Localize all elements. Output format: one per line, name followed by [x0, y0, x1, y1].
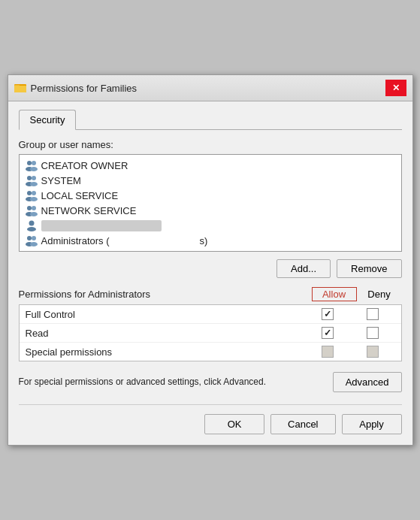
- allow-check-cell: [305, 308, 350, 320]
- svg-point-12: [32, 191, 36, 195]
- read-allow-checkbox[interactable]: [322, 327, 334, 339]
- user-name: CREATOR OWNER: [41, 160, 128, 171]
- group-icon: [26, 159, 38, 171]
- list-item[interactable]: NETWORK SERVICE: [21, 203, 400, 218]
- deny-column-header: Deny: [357, 289, 402, 300]
- group-icon: [26, 204, 38, 216]
- user-name: NETWORK SERVICE: [41, 205, 137, 216]
- tab-bar: Security: [19, 109, 402, 130]
- svg-point-18: [30, 212, 38, 216]
- full-control-deny-checkbox[interactable]: [367, 308, 379, 320]
- list-item[interactable]: G ): [21, 218, 400, 233]
- permission-name: Special permissions: [26, 346, 305, 358]
- ok-button[interactable]: OK: [204, 414, 264, 434]
- group-icon: [26, 174, 38, 186]
- list-item[interactable]: SYSTEM: [21, 173, 400, 188]
- deny-check-cell: [350, 346, 395, 358]
- apply-button[interactable]: Apply: [342, 414, 402, 434]
- svg-point-19: [29, 221, 34, 226]
- table-row: Read: [20, 324, 401, 343]
- tab-security[interactable]: Security: [19, 110, 77, 130]
- allow-column-header: Allow: [312, 287, 357, 301]
- svg-point-10: [30, 182, 38, 186]
- svg-point-20: [27, 227, 36, 231]
- user-management-buttons: Add... Remove: [19, 259, 402, 278]
- close-button[interactable]: ✕: [385, 80, 406, 96]
- allow-check-cell: [305, 346, 350, 358]
- table-row: Full Control: [20, 305, 401, 324]
- advanced-button[interactable]: Advanced: [333, 372, 402, 392]
- svg-point-22: [32, 236, 36, 240]
- permission-name: Full Control: [26, 309, 305, 320]
- remove-button[interactable]: Remove: [337, 259, 401, 278]
- user-name: Administrators ( s): [41, 235, 208, 246]
- full-control-allow-checkbox[interactable]: [322, 308, 334, 320]
- special-deny-checkbox: [367, 346, 379, 358]
- group-icon: [26, 189, 38, 201]
- svg-point-11: [27, 191, 32, 195]
- dialog-content: Security Group or user names: CREATOR OW…: [8, 101, 412, 445]
- read-deny-checkbox[interactable]: [367, 327, 379, 339]
- svg-rect-2: [14, 86, 26, 92]
- title-bar: Permissions for Families ✕: [8, 75, 412, 101]
- list-item[interactable]: LOCAL SERVICE: [21, 188, 400, 203]
- users-section-label: Group or user names:: [19, 139, 402, 150]
- users-listbox: CREATOR OWNER SYSTEM LOCAL SERVI: [19, 154, 402, 252]
- hint-row: For special permissions or advanced sett…: [19, 372, 402, 392]
- window-title: Permissions for Families: [31, 83, 137, 94]
- svg-point-15: [27, 206, 32, 210]
- list-item[interactable]: Administrators ( s): [21, 233, 400, 248]
- svg-point-8: [32, 176, 36, 180]
- user-name: G ): [41, 220, 162, 231]
- user-name: SYSTEM: [41, 175, 81, 186]
- hint-text: For special permissions or advanced sett…: [19, 376, 322, 388]
- deny-check-cell: [350, 308, 395, 320]
- allow-check-cell: [305, 327, 350, 339]
- svg-point-4: [32, 161, 36, 165]
- table-row: Special permissions: [20, 343, 401, 361]
- group-icon: [26, 234, 38, 246]
- list-item[interactable]: CREATOR OWNER: [21, 158, 400, 173]
- title-bar-left: Permissions for Families: [14, 82, 137, 94]
- permissions-title: Permissions for Administrators: [19, 289, 312, 300]
- permissions-table: Full Control Read Special permissions: [19, 304, 402, 361]
- add-button[interactable]: Add...: [276, 259, 331, 278]
- svg-point-21: [27, 236, 32, 240]
- special-allow-checkbox: [322, 346, 334, 358]
- svg-point-3: [27, 161, 32, 165]
- folder-icon: [14, 82, 26, 94]
- svg-point-24: [30, 242, 38, 246]
- user-name: LOCAL SERVICE: [41, 190, 119, 201]
- permissions-dialog: Permissions for Families ✕ Security Grou…: [8, 74, 413, 446]
- permissions-header: Permissions for Administrators Allow Den…: [19, 287, 402, 301]
- svg-point-7: [27, 176, 32, 180]
- deny-check-cell: [350, 327, 395, 339]
- permission-name: Read: [26, 328, 305, 339]
- svg-point-6: [30, 167, 38, 171]
- svg-point-14: [30, 197, 38, 201]
- cancel-button[interactable]: Cancel: [270, 414, 335, 434]
- single-user-icon: [26, 219, 38, 231]
- svg-point-16: [32, 206, 36, 210]
- footer-buttons: OK Cancel Apply: [19, 404, 402, 434]
